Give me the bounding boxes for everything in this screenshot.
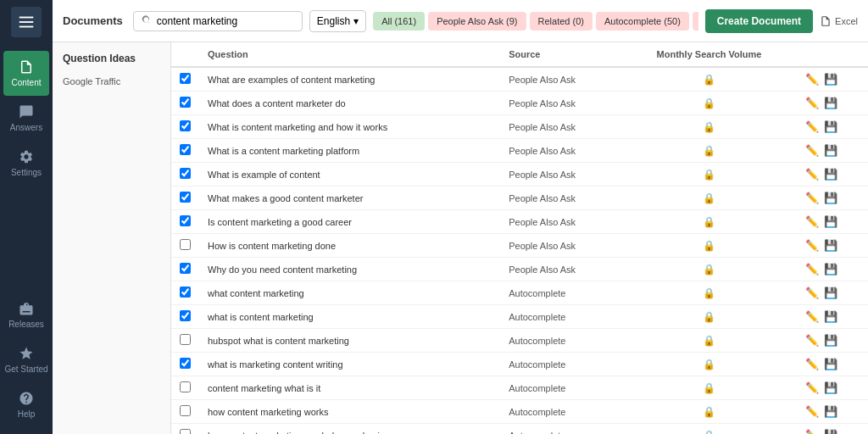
row-checkbox[interactable] bbox=[180, 263, 191, 274]
row-source: Autocomplete bbox=[500, 424, 621, 435]
table-row: What is a content marketing platformPeop… bbox=[171, 139, 868, 163]
edit-icon[interactable]: ✏️ bbox=[805, 263, 819, 275]
tab-people-also-ask[interactable]: People Also Ask (9) bbox=[428, 12, 526, 31]
save-icon[interactable]: 💾 bbox=[824, 144, 837, 157]
save-icon[interactable]: 💾 bbox=[824, 358, 837, 370]
edit-icon[interactable]: ✏️ bbox=[805, 358, 819, 370]
tab-quora[interactable]: Quora (45) bbox=[693, 12, 698, 31]
col-header-check bbox=[171, 42, 199, 67]
row-checkbox[interactable] bbox=[180, 97, 191, 108]
sidebar-item-settings[interactable]: Settings bbox=[0, 141, 53, 186]
sidebar-item-help[interactable]: Help bbox=[0, 382, 53, 427]
edit-icon[interactable]: ✏️ bbox=[805, 310, 819, 323]
language-selector[interactable]: English ▾ bbox=[309, 10, 366, 32]
lock-icon: 🔒 bbox=[703, 382, 715, 394]
edit-icon[interactable]: ✏️ bbox=[805, 239, 819, 252]
col-header-actions bbox=[797, 42, 868, 67]
excel-export-button[interactable]: Excel bbox=[820, 15, 858, 27]
tab-all[interactable]: All (161) bbox=[373, 12, 425, 31]
table-row: What makes a good content marketerPeople… bbox=[171, 186, 868, 210]
row-checkbox[interactable] bbox=[180, 310, 191, 321]
row-question: What does a content marketer do bbox=[199, 92, 500, 115]
row-source: Autocomplete bbox=[500, 329, 621, 353]
row-question: what content marketing bbox=[199, 281, 500, 305]
save-icon[interactable]: 💾 bbox=[824, 239, 837, 252]
row-checkbox[interactable] bbox=[180, 215, 191, 226]
save-icon[interactable]: 💾 bbox=[824, 120, 837, 133]
row-source: Autocomplete bbox=[500, 353, 621, 376]
row-source: Autocomplete bbox=[500, 376, 621, 400]
edit-icon[interactable]: ✏️ bbox=[805, 381, 819, 394]
edit-icon[interactable]: ✏️ bbox=[805, 168, 819, 181]
table-row: what content marketingAutocomplete🔒 ✏️ 💾 bbox=[171, 281, 868, 305]
table-header-row: Question Source Monthly Search Volume bbox=[171, 42, 868, 67]
row-monthly-search: 🔒 bbox=[621, 376, 798, 400]
row-question: how content marketing works bbox=[199, 400, 500, 424]
save-icon[interactable]: 💾 bbox=[824, 168, 837, 181]
lock-icon: 🔒 bbox=[703, 359, 715, 370]
edit-icon[interactable]: ✏️ bbox=[805, 192, 819, 204]
save-icon[interactable]: 💾 bbox=[824, 192, 837, 204]
save-icon[interactable]: 💾 bbox=[824, 73, 837, 86]
edit-icon[interactable]: ✏️ bbox=[805, 215, 819, 228]
row-checkbox[interactable] bbox=[180, 405, 191, 416]
save-icon[interactable]: 💾 bbox=[824, 263, 837, 275]
row-monthly-search: 🔒 bbox=[621, 305, 798, 329]
table-row: how content marketing worksAutocomplete🔒… bbox=[171, 400, 868, 424]
row-monthly-search: 🔒 bbox=[621, 400, 798, 424]
logo-button[interactable] bbox=[11, 7, 42, 37]
lock-icon: 🔒 bbox=[703, 192, 715, 204]
sidebar-item-get-started[interactable]: Get Started bbox=[0, 337, 53, 382]
row-monthly-search: 🔒 bbox=[621, 186, 798, 210]
row-actions: ✏️ 💾 bbox=[797, 186, 868, 210]
save-icon[interactable]: 💾 bbox=[824, 97, 837, 109]
sidebar-item-answers[interactable]: Answers bbox=[0, 96, 53, 141]
row-checkbox[interactable] bbox=[180, 287, 191, 298]
row-checkbox[interactable] bbox=[180, 334, 191, 345]
tab-related[interactable]: Related (0) bbox=[530, 12, 593, 31]
row-checkbox[interactable] bbox=[180, 168, 191, 179]
save-icon[interactable]: 💾 bbox=[824, 405, 837, 418]
row-source: People Also Ask bbox=[500, 115, 621, 139]
save-icon[interactable]: 💾 bbox=[824, 429, 837, 434]
save-icon[interactable]: 💾 bbox=[824, 381, 837, 394]
left-panel-item-google-traffic[interactable]: Google Traffic bbox=[53, 71, 170, 92]
sidebar-item-releases[interactable]: Releases bbox=[0, 292, 53, 337]
edit-icon[interactable]: ✏️ bbox=[805, 405, 819, 418]
table-row: Is content marketing a good careerPeople… bbox=[171, 210, 868, 234]
sidebar-item-content[interactable]: Content bbox=[3, 51, 49, 96]
edit-icon[interactable]: ✏️ bbox=[805, 287, 819, 299]
edit-icon[interactable]: ✏️ bbox=[805, 334, 819, 347]
save-icon[interactable]: 💾 bbox=[824, 310, 837, 323]
tab-autocomplete[interactable]: Autocomplete (50) bbox=[596, 12, 689, 31]
row-actions: ✏️ 💾 bbox=[797, 424, 868, 435]
lock-icon: 🔒 bbox=[703, 216, 715, 228]
row-checkbox[interactable] bbox=[180, 358, 191, 369]
edit-icon[interactable]: ✏️ bbox=[805, 97, 819, 109]
row-checkbox[interactable] bbox=[180, 73, 191, 84]
row-checkbox[interactable] bbox=[180, 429, 191, 434]
save-icon[interactable]: 💾 bbox=[824, 215, 837, 228]
search-input[interactable] bbox=[157, 15, 275, 27]
row-checkbox[interactable] bbox=[180, 144, 191, 155]
table-row: What are examples of content marketingPe… bbox=[171, 67, 868, 92]
sidebar-item-answers-label: Answers bbox=[10, 123, 42, 132]
row-checkbox[interactable] bbox=[180, 239, 191, 250]
create-document-button[interactable]: Create Document bbox=[705, 9, 813, 33]
row-checkbox[interactable] bbox=[180, 381, 191, 392]
row-actions: ✏️ 💾 bbox=[797, 281, 868, 305]
save-icon[interactable]: 💾 bbox=[824, 287, 837, 299]
svg-rect-0 bbox=[19, 17, 34, 19]
row-checkbox[interactable] bbox=[180, 120, 191, 131]
edit-icon[interactable]: ✏️ bbox=[805, 73, 819, 86]
row-checkbox[interactable] bbox=[180, 192, 191, 203]
edit-icon[interactable]: ✏️ bbox=[805, 429, 819, 434]
lock-icon: 🔒 bbox=[703, 430, 715, 435]
row-source: People Also Ask bbox=[500, 163, 621, 186]
row-source: People Also Ask bbox=[500, 139, 621, 163]
edit-icon[interactable]: ✏️ bbox=[805, 144, 819, 157]
edit-icon[interactable]: ✏️ bbox=[805, 120, 819, 133]
save-icon[interactable]: 💾 bbox=[824, 334, 837, 347]
sidebar-item-content-label: Content bbox=[11, 78, 41, 87]
row-source: People Also Ask bbox=[500, 234, 621, 258]
